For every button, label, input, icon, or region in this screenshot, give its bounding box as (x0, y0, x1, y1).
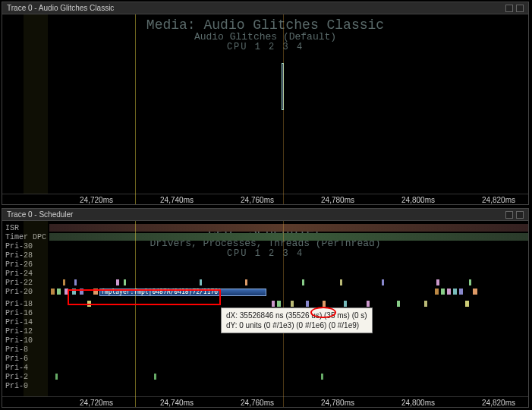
time-tick: 24,740ms (160, 399, 194, 407)
cursor-line-yellow[interactable] (135, 221, 136, 407)
time-tick: 24,800ms (401, 196, 435, 204)
isr-band[interactable] (49, 224, 528, 232)
thread-segment[interactable] (87, 301, 91, 307)
thread-segment[interactable] (72, 289, 76, 295)
time-ruler[interactable]: 24,720ms24,740ms24,760ms24,780ms24,800ms… (2, 194, 528, 204)
pane-close-icon[interactable] (516, 211, 524, 219)
thread-segment[interactable] (344, 301, 347, 307)
thread-segment[interactable] (51, 289, 55, 295)
selection-region (24, 221, 48, 396)
selection-region (24, 14, 48, 194)
thread-segment[interactable] (323, 301, 326, 307)
timer-dpc-band[interactable] (49, 233, 528, 241)
thread-segment[interactable] (277, 301, 281, 307)
tooltip-line-dx: dX: 35526846 ns (35526 us) (35 ms) (0 s) (226, 311, 367, 320)
measurement-tooltip: dX: 35526846 ns (35526 us) (35 ms) (0 s)… (221, 308, 373, 333)
thread-segment[interactable] (291, 301, 294, 307)
thread-segment[interactable] (306, 301, 309, 307)
thread-segment[interactable] (424, 301, 427, 307)
thread-segment[interactable] (272, 301, 275, 307)
time-tick: 24,820ms (482, 399, 515, 407)
thread-segment[interactable] (436, 279, 439, 285)
thread-segment[interactable] (453, 289, 457, 295)
thread-segment[interactable] (55, 374, 58, 380)
time-ruler[interactable]: 24,720ms24,740ms24,760ms24,780ms24,800ms… (2, 396, 528, 407)
time-tick: 24,780ms (321, 196, 354, 204)
thread-segment[interactable] (80, 289, 83, 295)
thread-segment[interactable] (465, 301, 469, 307)
thread-segment[interactable] (200, 279, 202, 285)
pane-title-bar[interactable]: Trace 0 - Audio Glitches Classic (2, 2, 528, 14)
pane-close-icon[interactable] (516, 5, 524, 12)
priority-row-label: ISR (5, 224, 19, 233)
time-tick: 24,820ms (482, 196, 515, 204)
time-tick: 24,760ms (241, 399, 274, 407)
thread-segment[interactable] (382, 279, 384, 285)
thread-segment[interactable] (302, 279, 304, 285)
cursor-line-orange[interactable] (283, 14, 284, 204)
thread-segment[interactable] (473, 289, 477, 295)
time-tick: 24,760ms (241, 196, 274, 204)
thread-segment[interactable] (65, 289, 68, 295)
time-tick: 24,720ms (80, 399, 113, 407)
thread-segment[interactable] (116, 279, 119, 285)
thread-segment[interactable] (367, 301, 370, 307)
thread-segment[interactable] (459, 289, 463, 295)
time-tick: 24,780ms (321, 399, 354, 407)
pane-title-text: Trace 0 - Scheduler (7, 209, 73, 221)
thread-segment[interactable] (63, 279, 65, 285)
thread-segment[interactable] (447, 289, 451, 295)
time-tick: 24,740ms (160, 196, 194, 204)
overlay-subtitle: Audio Glitches (Default) (2, 31, 528, 43)
thread-segment[interactable] (321, 374, 323, 380)
cursor-line-yellow[interactable] (135, 14, 136, 204)
overlay-title: Media: Audio Glitches Classic (2, 17, 528, 33)
thread-segment[interactable] (57, 289, 61, 295)
time-tick: 24,720ms (80, 196, 113, 204)
thread-segment[interactable] (435, 289, 439, 295)
time-tick: 24,800ms (401, 399, 435, 407)
thread-segment[interactable] (74, 279, 77, 285)
overlay-cpu: CPU 1 2 3 4 (2, 42, 528, 52)
tooltip-line-dy: dY: 0 units (0 #/1e3) (0 #/1e6) (0 #/1e9… (226, 320, 367, 330)
thread-segment[interactable] (469, 279, 471, 285)
audio-glitches-pane[interactable]: Trace 0 - Audio Glitches Classic Media: … (2, 2, 529, 205)
thread-segment[interactable] (245, 279, 247, 285)
thread-segment[interactable] (154, 374, 156, 380)
pane-menu-icon[interactable] (505, 5, 513, 12)
pane-menu-icon[interactable] (505, 211, 513, 219)
thread-segment[interactable] (340, 279, 342, 285)
thread-bar-label: fmplayer:fmpl|0487A/0418)72/1176) (101, 289, 265, 296)
pane-title-text: Trace 0 - Audio Glitches Classic (7, 2, 114, 14)
thread-segment[interactable] (93, 289, 98, 295)
thread-segment[interactable] (441, 289, 445, 295)
thread-segment[interactable] (397, 301, 400, 307)
pane-title-bar[interactable]: Trace 0 - Scheduler (2, 209, 528, 221)
thread-segment[interactable] (124, 279, 126, 285)
